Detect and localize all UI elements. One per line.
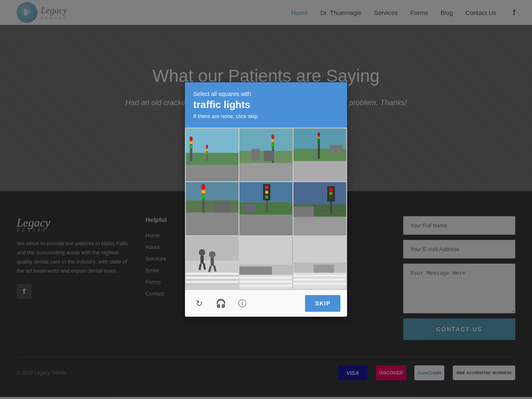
captcha-target: traffic lights bbox=[193, 99, 339, 111]
svg-point-59 bbox=[199, 249, 205, 256]
svg-rect-56 bbox=[293, 207, 314, 217]
captcha-footer-icons: ↻ 🎧 ⓘ bbox=[192, 296, 250, 311]
svg-rect-50 bbox=[293, 217, 346, 235]
svg-point-37 bbox=[201, 195, 205, 199]
svg-rect-60 bbox=[200, 256, 204, 264]
captcha-header: Select all squares with traffic lights I… bbox=[185, 82, 347, 128]
captcha-cell-4[interactable] bbox=[186, 182, 239, 235]
svg-rect-21 bbox=[252, 149, 260, 161]
svg-point-35 bbox=[201, 185, 205, 189]
svg-point-13 bbox=[206, 152, 208, 155]
svg-point-55 bbox=[329, 196, 332, 200]
svg-rect-67 bbox=[186, 273, 239, 275]
captcha-footer: ↻ 🎧 ⓘ SKIP bbox=[185, 290, 347, 317]
captcha-modal: Select all squares with traffic lights I… bbox=[185, 82, 347, 317]
captcha-image-grid bbox=[185, 128, 347, 290]
svg-rect-82 bbox=[293, 283, 346, 284]
captcha-cell-3[interactable] bbox=[293, 128, 346, 181]
svg-rect-5 bbox=[186, 165, 239, 181]
captcha-info-button[interactable]: ⓘ bbox=[235, 296, 250, 311]
svg-point-45 bbox=[265, 191, 268, 194]
svg-rect-69 bbox=[186, 281, 239, 283]
svg-point-29 bbox=[317, 140, 320, 142]
svg-rect-81 bbox=[293, 279, 346, 281]
svg-rect-47 bbox=[244, 204, 256, 213]
svg-point-11 bbox=[206, 145, 208, 148]
captcha-cell-6[interactable] bbox=[293, 182, 346, 235]
svg-rect-83 bbox=[314, 264, 334, 273]
svg-rect-22 bbox=[264, 151, 274, 161]
svg-point-9 bbox=[190, 145, 193, 148]
svg-rect-16 bbox=[239, 163, 292, 181]
captcha-cell-5[interactable] bbox=[239, 182, 292, 235]
svg-rect-68 bbox=[186, 277, 239, 279]
svg-rect-41 bbox=[239, 215, 292, 235]
svg-rect-25 bbox=[293, 161, 346, 181]
svg-rect-38 bbox=[214, 202, 231, 212]
captcha-cell-8[interactable] bbox=[239, 236, 292, 289]
svg-point-28 bbox=[317, 137, 320, 139]
svg-point-53 bbox=[329, 188, 332, 191]
svg-rect-74 bbox=[239, 281, 292, 282]
captcha-cell-1[interactable] bbox=[186, 128, 239, 181]
svg-point-54 bbox=[329, 192, 332, 195]
svg-rect-75 bbox=[239, 285, 292, 286]
svg-point-44 bbox=[265, 186, 268, 189]
svg-point-36 bbox=[201, 190, 205, 194]
captcha-audio-button[interactable]: 🎧 bbox=[213, 296, 228, 311]
svg-point-46 bbox=[265, 196, 268, 199]
svg-point-12 bbox=[206, 149, 208, 151]
captcha-cell-2[interactable] bbox=[239, 128, 292, 181]
svg-point-20 bbox=[271, 143, 275, 146]
svg-point-27 bbox=[317, 133, 320, 136]
captcha-skip-button[interactable]: SKIP bbox=[305, 295, 340, 312]
svg-rect-64 bbox=[211, 258, 214, 266]
svg-point-63 bbox=[209, 251, 216, 258]
svg-point-18 bbox=[271, 135, 275, 138]
captcha-refresh-button[interactable]: ↻ bbox=[192, 296, 207, 311]
svg-rect-26 bbox=[318, 133, 320, 159]
captcha-overlay[interactable]: Select all squares with traffic lights I… bbox=[0, 0, 532, 397]
captcha-skip-note: If there are none, click skip bbox=[193, 113, 339, 119]
captcha-instruction: Select all squares with bbox=[193, 91, 339, 97]
captcha-cell-7[interactable] bbox=[186, 236, 239, 289]
svg-rect-73 bbox=[239, 277, 292, 278]
svg-rect-76 bbox=[239, 266, 272, 275]
captcha-cell-9[interactable] bbox=[293, 236, 346, 289]
svg-rect-33 bbox=[186, 213, 239, 235]
svg-point-7 bbox=[190, 137, 193, 140]
svg-point-19 bbox=[271, 139, 275, 142]
svg-rect-30 bbox=[330, 145, 342, 153]
svg-point-8 bbox=[190, 141, 193, 144]
svg-rect-80 bbox=[293, 275, 346, 276]
